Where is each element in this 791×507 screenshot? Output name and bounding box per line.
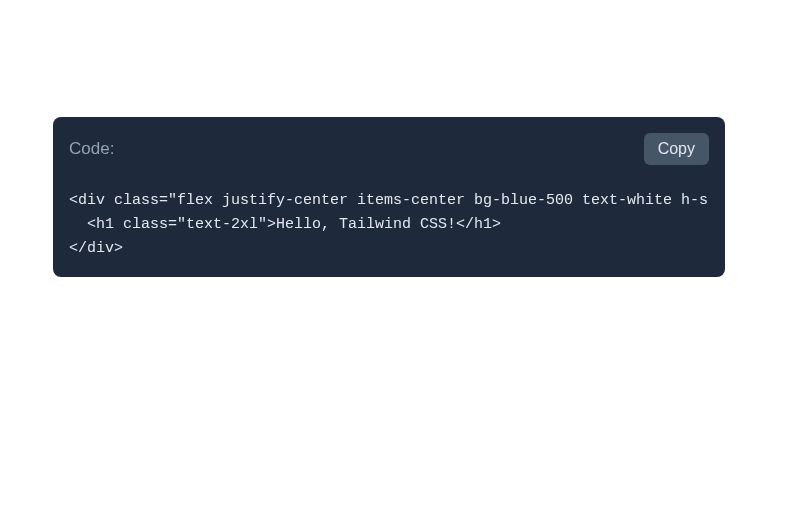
copy-button[interactable]: Copy	[644, 133, 709, 165]
code-content: <div class="flex justify-center items-ce…	[69, 189, 709, 261]
code-block: Code: Copy <div class="flex justify-cent…	[53, 117, 725, 277]
code-label: Code:	[69, 139, 114, 159]
code-header: Code: Copy	[69, 133, 709, 165]
